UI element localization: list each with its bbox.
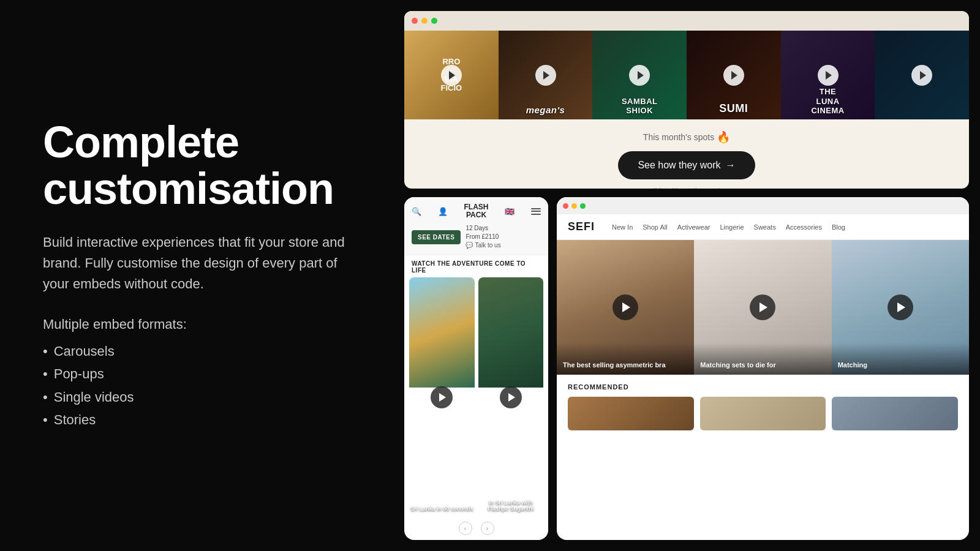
desktop-dot-green <box>580 203 586 209</box>
play-button-mobile-2[interactable] <box>500 386 522 408</box>
mobile-video-1[interactable]: Sri Lanka in 60 seconds <box>409 277 475 517</box>
flag-icon[interactable]: 🇬🇧 <box>505 207 514 216</box>
video-thumb-5[interactable]: THELUNACINEMA <box>781 31 875 119</box>
desktop-mockup-sefi: SEFI New In Shop All Activewear Lingerie… <box>557 197 969 540</box>
nav-next-arrow[interactable]: › <box>481 522 494 535</box>
video-strip: RRO·VIAFICIO megan's SAMBALSHIOK <box>404 31 969 119</box>
sefi-video-caption-1: The best selling asymmetric bra <box>557 343 694 375</box>
format-item-carousels: Carousels <box>43 340 361 362</box>
browser-dot-yellow <box>421 18 428 24</box>
mobile-video-label-1: Sri Lanka in 60 seconds <box>409 506 475 512</box>
video-label-2: megan's <box>499 105 593 116</box>
desktop-dot-yellow <box>571 203 577 209</box>
recommended-label: RECOMMENDED <box>568 383 958 391</box>
mobile-video-2[interactable]: In Sri Lanka with Flashpc Suganthi <box>478 277 544 517</box>
flash-pack-logo: FLASH PACK <box>464 203 489 219</box>
sefi-rec-row <box>568 397 958 430</box>
format-item-popups: Pop-ups <box>43 362 361 385</box>
title-line2: customisation <box>43 164 334 213</box>
sefi-nav-items: New In Shop All Activewear Lingerie Swea… <box>612 223 845 231</box>
subtitle-text: Build interactive experiences that fit y… <box>43 232 361 294</box>
mobile-mockup: 🔍 👤 FLASH PACK 🇬🇧 SEE DATES 12 Days <box>404 197 548 540</box>
sefi-video-3[interactable]: Matching <box>832 240 969 375</box>
formats-label: Multiple embed formats: <box>43 317 361 332</box>
hint-text: (Hint: it's really easy) <box>653 187 721 189</box>
adventure-title: WATCH THE ADVENTURE COME TO LIFE <box>404 255 548 277</box>
talk-link[interactable]: 💬 Talk to us <box>466 241 500 250</box>
search-icon[interactable]: 🔍 <box>412 207 421 216</box>
spots-label: This month's spots 🔥 <box>643 130 730 144</box>
browser-content-top: RRO·VIAFICIO megan's SAMBALSHIOK <box>404 31 969 189</box>
sefi-video-caption-2: Matching sets to die for <box>694 343 831 375</box>
mobile-header: 🔍 👤 FLASH PACK 🇬🇧 SEE DATES 12 Days <box>404 197 548 255</box>
formats-list: Carousels Pop-ups Single videos Stories <box>43 340 361 432</box>
cta-button[interactable]: See how they work → <box>618 151 755 179</box>
mobile-dates-row: SEE DATES 12 Days From £2110 💬 Talk to u… <box>412 224 541 250</box>
rec-item-2[interactable] <box>700 397 826 430</box>
rec-item-1[interactable] <box>568 397 694 430</box>
browser-dot-green <box>431 18 437 24</box>
nav-item-sweats[interactable]: Sweats <box>754 223 776 231</box>
video-thumb-4[interactable]: SUMI <box>687 31 781 119</box>
format-item-single-videos: Single videos <box>43 386 361 408</box>
play-button-5[interactable] <box>818 65 839 86</box>
nav-item-blog[interactable]: Blog <box>832 223 845 231</box>
browser-mockup-top: RRO·VIAFICIO megan's SAMBALSHIOK <box>404 11 969 189</box>
video-label-3: SAMBALSHIOK <box>592 97 687 116</box>
sefi-video-1[interactable]: The best selling asymmetric bra <box>557 240 694 375</box>
mobile-nav: 🔍 👤 FLASH PACK 🇬🇧 <box>412 203 541 219</box>
hamburger-icon[interactable] <box>531 208 541 215</box>
format-item-stories: Stories <box>43 408 361 431</box>
nav-item-new-in[interactable]: New In <box>612 223 633 231</box>
see-dates-button[interactable]: SEE DATES <box>412 230 461 244</box>
play-button-3[interactable] <box>629 65 650 86</box>
rec-item-3[interactable] <box>832 397 958 430</box>
dates-info: 12 Days From £2110 💬 Talk to us <box>466 224 500 250</box>
mobile-video-label-2: In Sri Lanka with Flashpc Suganthi <box>478 500 544 512</box>
video-thumb-2[interactable]: megan's <box>499 31 593 119</box>
sefi-recommended: RECOMMENDED <box>557 375 969 430</box>
user-icon[interactable]: 👤 <box>438 207 448 216</box>
main-title: Complete customisation <box>43 119 361 212</box>
video-label-4: SUMI <box>687 102 781 116</box>
nav-item-shop-all[interactable]: Shop All <box>643 223 667 231</box>
video-thumb-1[interactable]: RRO·VIAFICIO <box>404 31 499 119</box>
bottom-row: 🔍 👤 FLASH PACK 🇬🇧 SEE DATES 12 Days <box>404 197 969 540</box>
right-panel: RRO·VIAFICIO megan's SAMBALSHIOK <box>404 0 980 551</box>
video-thumb-6[interactable] <box>875 31 969 119</box>
play-button-6[interactable] <box>911 65 932 86</box>
video-thumb-3[interactable]: SAMBALSHIOK <box>592 31 687 119</box>
desktop-browser-bar <box>557 197 969 214</box>
nav-item-activewear[interactable]: Activewear <box>677 223 710 231</box>
nav-item-accessories[interactable]: Accessories <box>786 223 822 231</box>
play-button-mobile-1[interactable] <box>431 386 453 408</box>
title-line1: Complete <box>43 118 239 167</box>
sefi-video-2[interactable]: Matching sets to die for <box>694 240 831 375</box>
browser-bar <box>404 11 969 31</box>
sefi-logo: SEFI <box>568 220 595 233</box>
play-button-sefi-3[interactable] <box>888 294 913 320</box>
sefi-video-caption-3: Matching <box>832 343 969 375</box>
mobile-videos: Sri Lanka in 60 seconds In Sri Lanka wit… <box>404 277 548 517</box>
sefi-videos-row: The best selling asymmetric bra Matching… <box>557 240 969 375</box>
spots-section: This month's spots 🔥 See how they work →… <box>404 119 969 189</box>
browser-dot-red <box>412 18 418 24</box>
play-button-2[interactable] <box>535 65 556 86</box>
desktop-dot-red <box>563 203 568 209</box>
nav-item-lingerie[interactable]: Lingerie <box>720 223 744 231</box>
mobile-nav-dots: ‹ › <box>404 517 548 540</box>
video-label-5: THELUNACINEMA <box>781 87 875 116</box>
nav-prev-arrow[interactable]: ‹ <box>459 522 472 535</box>
play-button-sefi-1[interactable] <box>612 294 638 320</box>
sefi-nav: SEFI New In Shop All Activewear Lingerie… <box>557 214 969 240</box>
play-button-4[interactable] <box>723 65 744 86</box>
left-panel: Complete customisation Build interactive… <box>0 0 404 551</box>
play-button-sefi-2[interactable] <box>750 294 775 320</box>
play-button-1[interactable] <box>441 65 462 86</box>
